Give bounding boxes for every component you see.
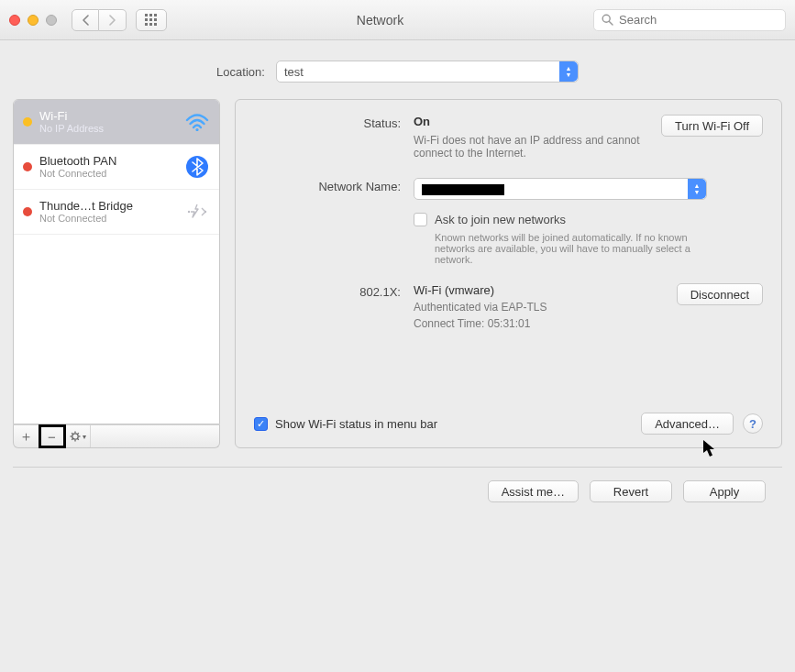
- 8021x-profile-name: Wi-Fi (vmware): [414, 283, 547, 297]
- location-value: test: [284, 65, 304, 79]
- 8021x-auth-line: Authenticated via EAP-TLS: [414, 301, 547, 314]
- status-value: On: [414, 115, 648, 128]
- back-button[interactable]: [72, 9, 99, 31]
- stepper-icon: [688, 179, 706, 199]
- svg-line-11: [72, 433, 72, 434]
- svg-point-6: [72, 434, 77, 439]
- location-popup[interactable]: test: [276, 61, 579, 83]
- grid-icon: [145, 14, 158, 27]
- service-item-wifi[interactable]: Wi-Fi No IP Address: [14, 100, 219, 145]
- service-item-thunderbolt[interactable]: Thunde…t Bridge Not Connected: [14, 190, 219, 235]
- status-dot-icon: [23, 162, 32, 171]
- svg-line-1: [609, 21, 613, 25]
- service-item-bluetooth[interactable]: Bluetooth PAN Not Connected: [14, 145, 219, 190]
- close-window-button[interactable]: [9, 15, 20, 26]
- show-all-prefs-button[interactable]: [136, 9, 167, 31]
- svg-point-4: [188, 211, 190, 213]
- thunderbolt-icon: [184, 199, 210, 225]
- stepper-icon: [559, 61, 578, 82]
- assist-me-button[interactable]: Assist me…: [488, 480, 579, 502]
- revert-button[interactable]: Revert: [590, 480, 672, 502]
- 8021x-disconnect-button[interactable]: Disconnect: [677, 283, 763, 305]
- service-detail-panel: Status: On Wi-Fi does not have an IP add…: [235, 99, 782, 448]
- status-label: Status:: [254, 115, 401, 160]
- svg-point-2: [195, 128, 198, 131]
- ask-to-join-checkbox[interactable]: [414, 213, 427, 226]
- add-service-button[interactable]: ＋: [14, 425, 39, 447]
- gear-icon: [70, 431, 81, 442]
- 8021x-label: 802.1X:: [254, 283, 401, 330]
- help-button[interactable]: ?: [743, 413, 763, 434]
- traffic-lights: [9, 15, 57, 26]
- svg-line-14: [77, 433, 78, 434]
- svg-line-13: [72, 439, 72, 440]
- service-name: Bluetooth PAN: [39, 154, 177, 168]
- services-toolbar: ＋ − ▾: [13, 424, 220, 448]
- services-sidebar: Wi-Fi No IP Address Bluetooth PAN Not Co…: [13, 99, 220, 448]
- forward-button[interactable]: [99, 9, 127, 31]
- cursor-icon: [702, 439, 717, 457]
- status-description: Wi-Fi does not have an IP address and ca…: [414, 134, 648, 160]
- chevron-down-icon: ▾: [83, 433, 86, 441]
- wifi-icon: [184, 109, 210, 135]
- search-input[interactable]: [619, 13, 778, 27]
- service-status: No IP Address: [39, 123, 177, 135]
- search-icon: [602, 14, 613, 26]
- services-list: Wi-Fi No IP Address Bluetooth PAN Not Co…: [13, 99, 220, 424]
- ask-to-join-hint: Known networks will be joined automatica…: [435, 232, 728, 265]
- location-row: Location: test: [13, 51, 782, 99]
- show-status-label: Show Wi-Fi status in menu bar: [275, 417, 437, 431]
- ask-to-join-label: Ask to join new networks: [435, 213, 728, 226]
- service-name: Thunde…t Bridge: [39, 199, 177, 213]
- show-status-checkbox[interactable]: ✓: [254, 417, 268, 431]
- 8021x-connect-time: Connect Time: 05:31:01: [414, 317, 547, 330]
- service-actions-button[interactable]: ▾: [65, 425, 91, 447]
- apply-button[interactable]: Apply: [683, 480, 766, 502]
- wifi-toggle-button[interactable]: Turn Wi-Fi Off: [661, 115, 763, 137]
- search-field[interactable]: [593, 9, 786, 31]
- minimize-window-button[interactable]: [28, 15, 39, 26]
- advanced-button[interactable]: Advanced…: [641, 413, 734, 435]
- status-dot-icon: [23, 117, 32, 127]
- zoom-window-button[interactable]: [46, 15, 57, 26]
- service-name: Wi-Fi: [39, 109, 177, 123]
- nav-back-forward: [72, 9, 127, 31]
- network-name-popup[interactable]: [414, 178, 707, 200]
- service-status: Not Connected: [39, 168, 177, 180]
- service-status: Not Connected: [39, 213, 177, 225]
- window-titlebar: Network: [0, 0, 795, 40]
- svg-line-12: [77, 439, 78, 440]
- window-title: Network: [176, 13, 584, 28]
- remove-service-button[interactable]: −: [39, 425, 65, 447]
- bluetooth-icon: [184, 154, 210, 180]
- dialog-footer: Assist me… Revert Apply: [13, 468, 782, 502]
- location-label: Location:: [216, 65, 265, 79]
- network-name-label: Network Name:: [254, 178, 401, 265]
- status-dot-icon: [23, 207, 32, 216]
- network-name-value: [422, 184, 504, 195]
